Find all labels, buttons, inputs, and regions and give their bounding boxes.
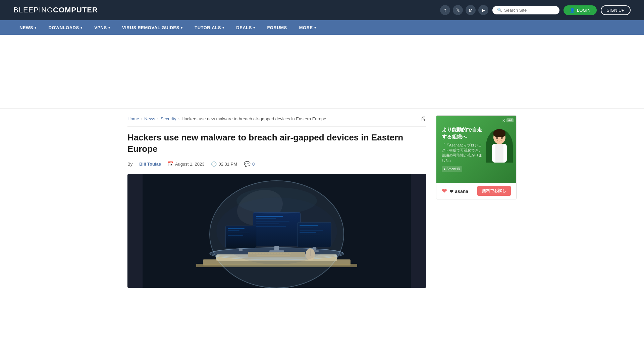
article-time: 02:31 PM bbox=[218, 162, 237, 167]
main-nav: NEWS ▾ DOWNLOADS ▾ VPNS ▾ VIRUS REMOVAL … bbox=[0, 20, 644, 35]
nav-item-virus-removal[interactable]: VIRUS REMOVAL GUIDES ▾ bbox=[116, 20, 189, 35]
breadcrumb-separator: › bbox=[157, 117, 159, 121]
print-icon[interactable]: 🖨 bbox=[420, 115, 426, 122]
article-section: Home › News › Security › Hackers use new… bbox=[127, 115, 426, 295]
nav-item-deals[interactable]: DEALS ▾ bbox=[230, 20, 261, 35]
ad-person-illustration bbox=[486, 129, 513, 163]
main-container: Home › News › Security › Hackers use new… bbox=[121, 109, 523, 295]
ad-close-icon[interactable]: ✕ bbox=[502, 118, 505, 123]
search-bar: 🔍 bbox=[492, 6, 559, 14]
article-image bbox=[127, 174, 426, 288]
search-icon: 🔍 bbox=[497, 8, 502, 12]
mastodon-icon[interactable]: M bbox=[466, 5, 476, 15]
comments-meta: 💬 0 bbox=[244, 161, 255, 167]
article-meta: By Bill Toulas 📅 August 1, 2023 🕐 02:31 … bbox=[127, 161, 426, 167]
article-hero-image bbox=[127, 174, 426, 288]
svg-rect-56 bbox=[493, 132, 505, 137]
chevron-down-icon: ▾ bbox=[80, 26, 83, 29]
svg-point-53 bbox=[216, 197, 337, 264]
nav-item-tutorials[interactable]: TUTORIALS ▾ bbox=[189, 20, 230, 35]
breadcrumb-separator: › bbox=[178, 117, 180, 121]
breadcrumb-news[interactable]: News bbox=[144, 116, 155, 121]
signup-button[interactable]: SIGN UP bbox=[601, 5, 631, 15]
twitter-icon[interactable]: 𝕏 bbox=[453, 5, 463, 15]
breadcrumb: Home › News › Security › Hackers use new… bbox=[127, 115, 426, 127]
asana-cta-button[interactable]: 無料でお試し bbox=[477, 186, 511, 196]
ad-badge: Ad bbox=[506, 118, 514, 122]
svg-point-60 bbox=[501, 137, 503, 139]
sidebar-ad-bottom: ❤ ❤ asana 無料でお試し bbox=[436, 183, 516, 199]
nav-item-news[interactable]: NEWS ▾ bbox=[13, 20, 43, 35]
nav-item-downloads[interactable]: DOWNLOADS ▾ bbox=[43, 20, 89, 35]
user-icon: 👤 bbox=[570, 8, 575, 13]
facebook-icon[interactable]: f bbox=[440, 5, 450, 15]
comment-icon: 💬 bbox=[244, 161, 251, 167]
article-title: Hackers use new malware to breach air-ga… bbox=[127, 132, 426, 155]
article-date: August 1, 2023 bbox=[175, 162, 204, 167]
youtube-icon[interactable]: ▶ bbox=[478, 5, 488, 15]
author-prefix: By bbox=[127, 162, 132, 167]
breadcrumb-home[interactable]: Home bbox=[127, 116, 139, 121]
social-icons: f 𝕏 M ▶ bbox=[440, 5, 488, 15]
search-input[interactable] bbox=[504, 8, 555, 13]
breadcrumb-security[interactable]: Security bbox=[161, 116, 176, 121]
top-ad-banner bbox=[0, 35, 644, 109]
date-meta: 📅 August 1, 2023 bbox=[168, 161, 204, 167]
chevron-down-icon: ▾ bbox=[253, 26, 255, 29]
chevron-down-icon: ▾ bbox=[181, 26, 183, 29]
time-meta: 🕐 02:31 PM bbox=[211, 161, 237, 167]
author-link[interactable]: Bill Toulas bbox=[139, 162, 161, 167]
chevron-down-icon: ▾ bbox=[35, 26, 37, 29]
sidebar-ad: Ad ✕ bbox=[436, 115, 517, 199]
calendar-icon: 📅 bbox=[168, 161, 173, 167]
site-header: BLEEPINGCOMPUTER f 𝕏 M ▶ 🔍 👤 LOGIN SIGN … bbox=[0, 0, 644, 20]
breadcrumb-separator: › bbox=[141, 117, 143, 121]
site-logo[interactable]: BLEEPINGCOMPUTER bbox=[13, 6, 98, 14]
clock-icon: 🕐 bbox=[211, 161, 217, 167]
chevron-down-icon: ▾ bbox=[222, 26, 224, 29]
logo-bold: COMPUTER bbox=[53, 6, 98, 14]
sidebar-ad-quote: 「「Asanaならプロジェクト横断で可視化でき、組織の可能性が広がりました」 bbox=[442, 143, 483, 163]
chevron-down-icon: ▾ bbox=[314, 26, 316, 29]
sidebar-ad-title: より能動的で自走する組織へ bbox=[442, 126, 483, 140]
smarthr-logo: ♦ SmartHR bbox=[444, 167, 460, 171]
nav-item-more[interactable]: MORE ▾ bbox=[293, 20, 322, 35]
sidebar: Ad ✕ bbox=[436, 115, 517, 295]
sidebar-ad-inner: Ad ✕ bbox=[436, 116, 516, 183]
chevron-down-icon: ▾ bbox=[108, 26, 110, 29]
breadcrumb-current: Hackers use new malware to breach air-ga… bbox=[181, 116, 326, 121]
nav-item-forums[interactable]: FORUMS bbox=[261, 20, 293, 35]
asana-logo: ❤ ❤ asana bbox=[442, 187, 468, 195]
header-right: f 𝕏 M ▶ 🔍 👤 LOGIN SIGN UP bbox=[440, 5, 631, 15]
comment-count[interactable]: 0 bbox=[252, 162, 255, 167]
nav-item-vpns[interactable]: VPNS ▾ bbox=[88, 20, 116, 35]
svg-rect-58 bbox=[495, 144, 503, 163]
svg-point-59 bbox=[496, 137, 498, 139]
logo-light: BLEEPING bbox=[13, 6, 53, 14]
login-button[interactable]: 👤 LOGIN bbox=[564, 5, 596, 15]
